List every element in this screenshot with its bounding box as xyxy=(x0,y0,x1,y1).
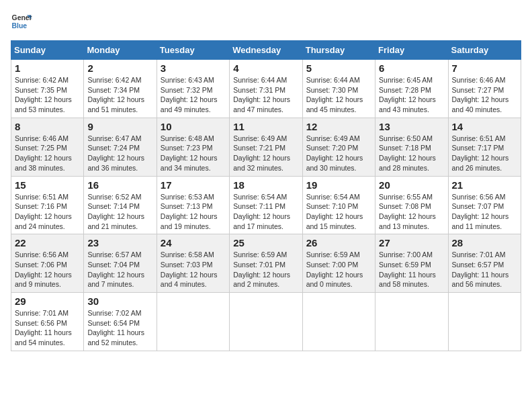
calendar-cell-2-4: 11Sunrise: 6:49 AMSunset: 7:21 PMDayligh… xyxy=(230,118,302,176)
day-number: 7 xyxy=(452,62,517,74)
weekday-header-sunday: Sunday xyxy=(11,41,84,60)
day-number: 29 xyxy=(15,295,80,307)
calendar-cell-5-7 xyxy=(448,293,521,351)
calendar-cell-1-4: 4Sunrise: 6:44 AMSunset: 7:31 PMDaylight… xyxy=(230,60,302,118)
day-info: Sunrise: 6:52 AMSunset: 7:14 PMDaylight:… xyxy=(87,192,152,232)
day-info: Sunrise: 6:43 AMSunset: 7:32 PMDaylight:… xyxy=(161,75,226,115)
day-info: Sunrise: 6:42 AMSunset: 7:35 PMDaylight:… xyxy=(15,75,80,115)
day-number: 8 xyxy=(15,121,80,132)
day-number: 13 xyxy=(379,121,444,132)
calendar-cell-1-1: 1Sunrise: 6:42 AMSunset: 7:35 PMDaylight… xyxy=(11,60,84,118)
day-number: 23 xyxy=(87,237,152,248)
day-number: 10 xyxy=(161,121,226,132)
svg-text:Blue: Blue xyxy=(12,22,28,30)
day-info: Sunrise: 6:49 AMSunset: 7:20 PMDaylight:… xyxy=(306,134,371,173)
day-number: 28 xyxy=(452,237,517,248)
calendar-cell-4-4: 25Sunrise: 6:59 AMSunset: 7:01 PMDayligh… xyxy=(230,234,302,293)
day-number: 22 xyxy=(15,237,80,248)
day-number: 30 xyxy=(87,295,152,307)
day-info: Sunrise: 6:51 AMSunset: 7:16 PMDaylight:… xyxy=(15,192,80,232)
calendar-cell-1-5: 5Sunrise: 6:44 AMSunset: 7:30 PMDaylight… xyxy=(302,60,375,118)
calendar-cell-2-3: 10Sunrise: 6:48 AMSunset: 7:23 PMDayligh… xyxy=(157,118,229,176)
day-info: Sunrise: 6:51 AMSunset: 7:17 PMDaylight:… xyxy=(452,134,517,173)
day-number: 26 xyxy=(306,237,371,248)
day-info: Sunrise: 6:50 AMSunset: 7:18 PMDaylight:… xyxy=(379,134,444,173)
calendar-cell-3-1: 15Sunrise: 6:51 AMSunset: 7:16 PMDayligh… xyxy=(11,176,84,234)
day-number: 5 xyxy=(306,62,371,74)
day-number: 4 xyxy=(233,62,298,74)
day-number: 12 xyxy=(306,121,371,132)
day-info: Sunrise: 6:54 AMSunset: 7:10 PMDaylight:… xyxy=(306,192,371,232)
day-info: Sunrise: 7:02 AMSunset: 6:54 PMDaylight:… xyxy=(87,308,152,348)
weekday-header-saturday: Saturday xyxy=(448,41,521,60)
weekday-header-wednesday: Wednesday xyxy=(230,41,302,60)
calendar-cell-1-2: 2Sunrise: 6:42 AMSunset: 7:34 PMDaylight… xyxy=(84,60,157,118)
day-info: Sunrise: 6:46 AMSunset: 7:25 PMDaylight:… xyxy=(15,134,80,173)
weekday-header-tuesday: Tuesday xyxy=(157,41,229,60)
calendar-week-row-1: 1Sunrise: 6:42 AMSunset: 7:35 PMDaylight… xyxy=(11,60,521,118)
day-info: Sunrise: 6:47 AMSunset: 7:24 PMDaylight:… xyxy=(87,134,152,173)
logo: General Blue xyxy=(11,11,35,32)
logo-icon: General Blue xyxy=(11,11,32,32)
day-info: Sunrise: 6:55 AMSunset: 7:08 PMDaylight:… xyxy=(379,192,444,232)
calendar-cell-3-3: 17Sunrise: 6:53 AMSunset: 7:13 PMDayligh… xyxy=(157,176,229,234)
day-number: 21 xyxy=(452,179,517,191)
calendar-cell-5-6 xyxy=(375,293,448,351)
day-info: Sunrise: 6:45 AMSunset: 7:28 PMDaylight:… xyxy=(379,75,444,115)
weekday-header-thursday: Thursday xyxy=(302,41,375,60)
calendar-cell-2-1: 8Sunrise: 6:46 AMSunset: 7:25 PMDaylight… xyxy=(11,118,84,176)
day-info: Sunrise: 6:59 AMSunset: 7:01 PMDaylight:… xyxy=(233,250,298,289)
calendar-cell-5-4 xyxy=(230,293,302,351)
calendar-cell-2-5: 12Sunrise: 6:49 AMSunset: 7:20 PMDayligh… xyxy=(302,118,375,176)
day-number: 11 xyxy=(233,121,298,132)
day-number: 20 xyxy=(379,179,444,191)
calendar-cell-1-7: 7Sunrise: 6:46 AMSunset: 7:27 PMDaylight… xyxy=(448,60,521,118)
day-number: 25 xyxy=(233,237,298,248)
day-info: Sunrise: 6:53 AMSunset: 7:13 PMDaylight:… xyxy=(161,192,226,232)
day-info: Sunrise: 6:54 AMSunset: 7:11 PMDaylight:… xyxy=(233,192,298,232)
calendar-week-row-4: 22Sunrise: 6:56 AMSunset: 7:06 PMDayligh… xyxy=(11,234,521,293)
calendar-cell-4-6: 27Sunrise: 7:00 AMSunset: 6:59 PMDayligh… xyxy=(375,234,448,293)
day-info: Sunrise: 6:58 AMSunset: 7:03 PMDaylight:… xyxy=(161,250,226,289)
day-info: Sunrise: 6:57 AMSunset: 7:04 PMDaylight:… xyxy=(87,250,152,289)
day-info: Sunrise: 6:46 AMSunset: 7:27 PMDaylight:… xyxy=(452,75,517,115)
day-number: 6 xyxy=(379,62,444,74)
calendar-table: SundayMondayTuesdayWednesdayThursdayFrid… xyxy=(11,40,521,351)
day-number: 17 xyxy=(161,179,226,191)
day-number: 19 xyxy=(306,179,371,191)
calendar-week-row-5: 29Sunrise: 7:01 AMSunset: 6:56 PMDayligh… xyxy=(11,293,521,351)
calendar-cell-2-7: 14Sunrise: 6:51 AMSunset: 7:17 PMDayligh… xyxy=(448,118,521,176)
day-number: 15 xyxy=(15,179,80,191)
calendar-cell-3-7: 21Sunrise: 6:56 AMSunset: 7:07 PMDayligh… xyxy=(448,176,521,234)
day-number: 2 xyxy=(87,62,152,74)
day-info: Sunrise: 6:42 AMSunset: 7:34 PMDaylight:… xyxy=(87,75,152,115)
calendar-cell-4-3: 24Sunrise: 6:58 AMSunset: 7:03 PMDayligh… xyxy=(157,234,229,293)
day-info: Sunrise: 6:48 AMSunset: 7:23 PMDaylight:… xyxy=(161,134,226,173)
calendar-cell-5-2: 30Sunrise: 7:02 AMSunset: 6:54 PMDayligh… xyxy=(84,293,157,351)
day-number: 24 xyxy=(161,237,226,248)
day-info: Sunrise: 6:59 AMSunset: 7:00 PMDaylight:… xyxy=(306,250,371,289)
page-header: General Blue xyxy=(11,11,521,32)
day-number: 16 xyxy=(87,179,152,191)
day-info: Sunrise: 6:44 AMSunset: 7:31 PMDaylight:… xyxy=(233,75,298,115)
day-info: Sunrise: 6:49 AMSunset: 7:21 PMDaylight:… xyxy=(233,134,298,173)
calendar-cell-3-6: 20Sunrise: 6:55 AMSunset: 7:08 PMDayligh… xyxy=(375,176,448,234)
calendar-cell-2-6: 13Sunrise: 6:50 AMSunset: 7:18 PMDayligh… xyxy=(375,118,448,176)
day-info: Sunrise: 6:44 AMSunset: 7:30 PMDaylight:… xyxy=(306,75,371,115)
calendar-cell-4-7: 28Sunrise: 7:01 AMSunset: 6:57 PMDayligh… xyxy=(448,234,521,293)
weekday-header-friday: Friday xyxy=(375,41,448,60)
calendar-week-row-3: 15Sunrise: 6:51 AMSunset: 7:16 PMDayligh… xyxy=(11,176,521,234)
calendar-cell-5-1: 29Sunrise: 7:01 AMSunset: 6:56 PMDayligh… xyxy=(11,293,84,351)
calendar-cell-5-3 xyxy=(157,293,229,351)
day-number: 3 xyxy=(161,62,226,74)
day-info: Sunrise: 6:56 AMSunset: 7:07 PMDaylight:… xyxy=(452,192,517,232)
calendar-cell-4-5: 26Sunrise: 6:59 AMSunset: 7:00 PMDayligh… xyxy=(302,234,375,293)
calendar-cell-1-6: 6Sunrise: 6:45 AMSunset: 7:28 PMDaylight… xyxy=(375,60,448,118)
weekday-header-monday: Monday xyxy=(84,41,157,60)
calendar-cell-1-3: 3Sunrise: 6:43 AMSunset: 7:32 PMDaylight… xyxy=(157,60,229,118)
day-number: 18 xyxy=(233,179,298,191)
day-number: 1 xyxy=(15,62,80,74)
day-number: 27 xyxy=(379,237,444,248)
day-number: 14 xyxy=(452,121,517,132)
calendar-cell-5-5 xyxy=(302,293,375,351)
